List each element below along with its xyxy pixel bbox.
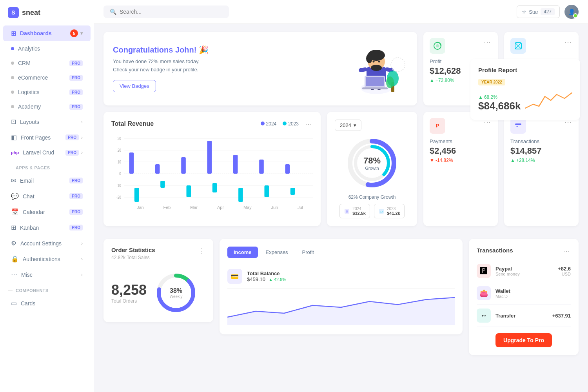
dot-icon: [11, 105, 14, 108]
sidebar-item-chat[interactable]: 💬 Chat PRO: [3, 189, 91, 204]
svg-rect-38: [181, 157, 186, 174]
sidebar-item-dashboards[interactable]: ⊞ Dashboards 5 ▾: [3, 25, 91, 41]
profile-report-body: ▲ 68.2% $84,686k: [478, 89, 572, 112]
donut-container: 78% Growth: [335, 136, 409, 191]
sidebar-item-cards[interactable]: ▭ Cards: [3, 296, 91, 311]
order-menu-icon[interactable]: ⋮: [198, 247, 205, 255]
svg-point-11: [378, 61, 380, 63]
revenue-menu[interactable]: ⋯: [305, 120, 313, 128]
growth-card: 2024 ▾ 78% Growth: [327, 112, 417, 226]
transactions-menu[interactable]: ⋯: [563, 247, 571, 255]
balance-icon: 💳: [227, 269, 242, 284]
chart-legend: 2024 2023 ⋯: [261, 120, 313, 128]
svg-rect-4: [358, 67, 367, 73]
profile-report-title: Profile Report: [478, 67, 517, 73]
stat-change: ▼ -14.82%: [430, 158, 492, 163]
pro-badge: PRO: [69, 104, 83, 110]
sidebar-item-laravel-crud[interactable]: php Laravel Crud PRO ›: [3, 145, 91, 160]
tx-amount: +637.91: [552, 313, 571, 319]
star-button[interactable]: ☆ Star 427: [517, 5, 560, 18]
stat-change: ▲ +28.14%: [510, 158, 572, 163]
profile-report-card: Profile Report YEAR 2022 ▲ 68.2% $84,686…: [470, 59, 580, 120]
tx-name: Wallet: [495, 288, 566, 294]
stat-label: Payments: [430, 138, 492, 144]
pro-badge: PRO: [69, 209, 83, 215]
chevron-icon: ›: [81, 135, 83, 140]
logo-icon: S: [8, 7, 19, 18]
svg-text:▭: ▭: [380, 210, 383, 213]
profile-change: ▲ 68.2%: [478, 94, 521, 100]
svg-text:0: 0: [119, 172, 121, 176]
sidebar-item-layouts[interactable]: ⊡ Layouts ›: [3, 114, 91, 129]
congrats-text: You have done 72% more sales today. Chec…: [113, 58, 209, 74]
growth-footer: 62% Company Growth: [335, 194, 409, 200]
stat-card-transactions: ⋯ Transactions $14,857 ▲ +28.14%: [504, 112, 579, 226]
svg-point-9: [371, 65, 382, 71]
search-box[interactable]: 🔍: [103, 5, 229, 18]
tab-expenses[interactable]: Expenses: [260, 247, 294, 258]
pro-badge: PRO: [65, 134, 79, 140]
sidebar-item-email[interactable]: ✉ Email PRO: [3, 173, 91, 188]
transactions-icon: [510, 118, 526, 134]
profile-amount: $84,686k: [478, 100, 521, 112]
avatar-image: 👤: [564, 5, 579, 19]
tx-sub: Mac'D: [495, 294, 566, 299]
dashboards-badge: 5: [70, 29, 78, 37]
sidebar-item-front-pages[interactable]: ◧ Front Pages PRO ›: [3, 130, 91, 145]
logo-text: sneat: [22, 9, 40, 17]
php-icon: php: [11, 150, 19, 155]
pro-badge: PRO: [69, 75, 83, 81]
card-icon: ▭: [11, 299, 17, 307]
grid-icon: ⊞: [11, 30, 16, 37]
order-donut-wrap: 8,258 Total Orders 38% Weekly: [111, 271, 205, 314]
arrow-up-icon: ▲: [430, 78, 434, 83]
stat-menu-icon[interactable]: ⋯: [564, 38, 572, 47]
chevron-icon: ›: [81, 256, 83, 262]
sidebar-item-analytics[interactable]: Analytics: [3, 42, 91, 56]
sidebar-item-kanban[interactable]: ⊞ Kanban PRO: [3, 220, 91, 235]
svg-rect-59: [515, 123, 521, 125]
svg-rect-41: [212, 183, 217, 192]
paypal-icon: 🅿: [477, 264, 491, 278]
view-badges-button[interactable]: View Badges: [113, 80, 156, 92]
order-stats-title: Order Statistics: [111, 247, 155, 253]
upgrade-button[interactable]: Upgrade To Pro: [495, 333, 552, 347]
mail-icon: ✉: [11, 177, 16, 184]
tx-name: Transfer: [495, 313, 548, 319]
donut-label: 78% Growth: [363, 156, 381, 171]
payments-icon: P: [430, 118, 445, 134]
sidebar-item-ecommerce[interactable]: eCommerce PRO: [3, 71, 91, 85]
congrats-illustration: [345, 41, 408, 96]
svg-rect-42: [233, 155, 238, 174]
bar-chart: 30 20 10 0 -10 -20: [111, 134, 313, 213]
stat-menu-icon[interactable]: ⋯: [484, 38, 492, 47]
svg-rect-34: [129, 152, 134, 174]
year-select[interactable]: 2024 ▾: [335, 120, 361, 131]
sidebar-item-logistics[interactable]: Logistics PRO: [3, 85, 91, 99]
page-icon: ◧: [11, 134, 17, 141]
sidebar-item-authentications[interactable]: 🔒 Authentications ›: [3, 251, 91, 267]
svg-rect-45: [264, 185, 269, 197]
tab-profit[interactable]: Profit: [296, 247, 320, 258]
svg-rect-13: [366, 77, 384, 86]
svg-text:-10: -10: [116, 183, 121, 188]
tab-income[interactable]: Income: [227, 247, 258, 258]
sidebar-item-account-settings[interactable]: ⚙ Account Settings ›: [3, 236, 91, 251]
sidebar-item-misc[interactable]: ⋯ Misc ›: [3, 267, 91, 282]
total-orders-number: 8,258: [111, 282, 147, 298]
transaction-row: ↔ Transfer +637.91: [477, 305, 571, 327]
tx-sub: Send money: [495, 272, 553, 276]
avatar[interactable]: 👤: [564, 5, 579, 19]
sidebar-item-academy[interactable]: Academy PRO: [3, 100, 91, 114]
pro-badge: PRO: [69, 60, 83, 66]
sales-icon: [510, 38, 526, 54]
calendar-icon: 📅: [11, 208, 19, 216]
growth-stat-2024: $ 2024 $32.5k: [339, 204, 370, 218]
sidebar-item-calendar[interactable]: 📅 Calendar PRO: [3, 204, 91, 220]
chevron-icon: ›: [81, 272, 83, 278]
chevron-icon: ›: [81, 150, 83, 155]
total-orders-label: Total Orders: [111, 298, 147, 304]
sidebar-item-crm[interactable]: CRM PRO: [3, 56, 91, 70]
svg-rect-37: [160, 181, 165, 188]
search-input[interactable]: [120, 9, 223, 15]
